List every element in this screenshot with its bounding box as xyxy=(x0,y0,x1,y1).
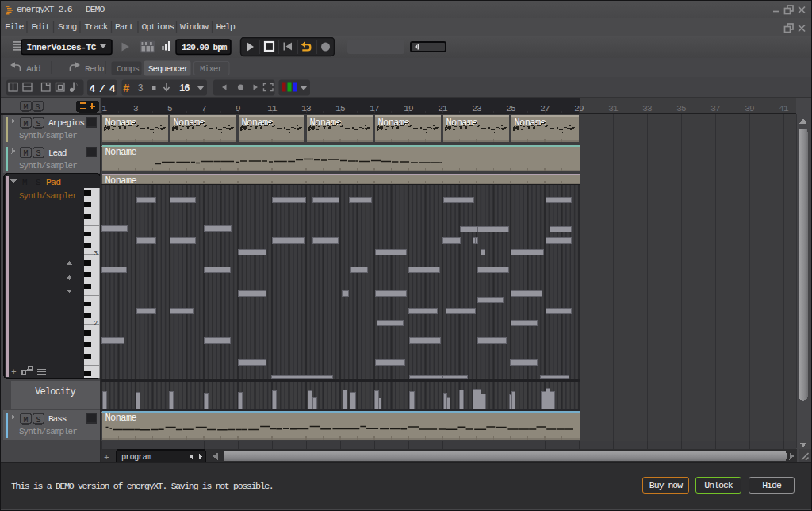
svg-text:Synth/sampler: Synth/sampler xyxy=(19,161,77,171)
svg-text:Noname: Noname xyxy=(105,413,137,424)
svg-text:M: M xyxy=(23,149,28,158)
svg-text:#: # xyxy=(123,83,129,95)
svg-text:2: 2 xyxy=(94,320,98,328)
svg-text:program: program xyxy=(121,452,151,462)
svg-text:Mixer: Mixer xyxy=(200,64,222,74)
svg-text:S: S xyxy=(36,149,40,158)
svg-text:35: 35 xyxy=(676,104,686,113)
svg-text:Arpegios: Arpegios xyxy=(48,118,84,128)
svg-text:S: S xyxy=(36,120,40,129)
svg-text:Synth/sampler: Synth/sampler xyxy=(19,191,77,201)
svg-text:39: 39 xyxy=(745,104,754,113)
svg-text:Velocity: Velocity xyxy=(35,386,75,398)
svg-text:M: M xyxy=(22,178,28,187)
svg-text:21: 21 xyxy=(438,104,448,113)
svg-text:3: 3 xyxy=(94,250,98,258)
svg-text:120.00 bpm: 120.00 bpm xyxy=(182,43,228,52)
svg-text:+: + xyxy=(104,453,109,463)
svg-text:37: 37 xyxy=(710,104,720,113)
svg-text:S: S xyxy=(36,416,40,425)
svg-text:+: + xyxy=(11,367,17,377)
svg-text:Sequencer: Sequencer xyxy=(148,64,189,74)
svg-text:1: 1 xyxy=(102,104,108,113)
svg-text:Lead: Lead xyxy=(48,148,67,158)
svg-text:S: S xyxy=(35,103,40,112)
svg-text:11: 11 xyxy=(267,104,278,113)
svg-text:3: 3 xyxy=(138,83,144,94)
svg-text:16: 16 xyxy=(179,83,190,94)
svg-text:33: 33 xyxy=(642,104,652,113)
svg-text:M: M xyxy=(23,120,28,129)
svg-text:Bass: Bass xyxy=(48,414,67,424)
svg-text:41: 41 xyxy=(779,104,789,113)
svg-text:Synth/sampler: Synth/sampler xyxy=(19,131,77,140)
svg-text:M: M xyxy=(23,416,28,425)
svg-text:Pad: Pad xyxy=(46,177,60,187)
svg-text:Synth/sampler: Synth/sampler xyxy=(19,427,77,436)
svg-text:Add: Add xyxy=(26,63,40,74)
svg-text:InnerVoices-TC: InnerVoices-TC xyxy=(27,43,97,52)
svg-text:Comps: Comps xyxy=(117,64,139,74)
svg-text:M: M xyxy=(23,103,28,112)
svg-text:4 / 4: 4 / 4 xyxy=(90,83,116,95)
svg-text:Redo: Redo xyxy=(85,63,105,74)
svg-text:Noname: Noname xyxy=(105,147,137,158)
svg-text:31: 31 xyxy=(608,104,619,113)
svg-text:S: S xyxy=(36,178,41,187)
